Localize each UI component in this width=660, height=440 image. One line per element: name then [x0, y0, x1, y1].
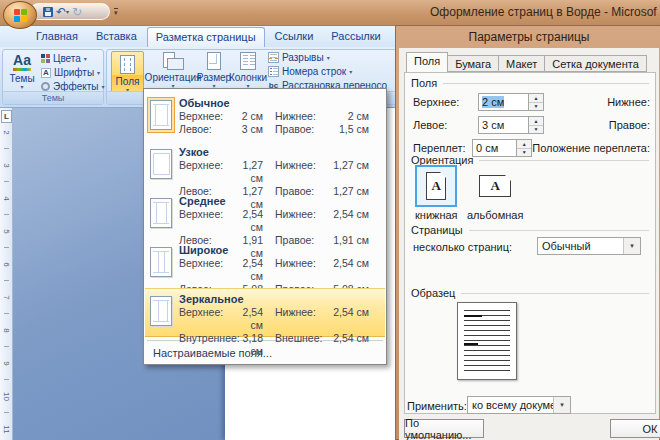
sample-group-label: Образец — [411, 287, 649, 299]
dialog-tab-maket[interactable]: Макет — [499, 55, 545, 72]
margins-icon — [120, 55, 135, 74]
chevron-down-icon: ▾ — [349, 69, 352, 75]
margins-preset-narrow[interactable]: Узкое Верхнее:1,27 см Нижнее:1,27 см Лев… — [145, 141, 385, 190]
multiple-pages-select[interactable]: Обычный ▾ — [537, 237, 641, 255]
breaks-button[interactable]: Разрывы ▾ — [268, 51, 330, 64]
left-margin-row: Левое: 3 см ▲▼ Правое: — [413, 116, 650, 134]
margins-preset-mirrored[interactable]: Зеркальное Верхнее:2,54 см Нижнее:2,54 с… — [145, 288, 385, 337]
portrait-page-icon: A — [426, 172, 446, 200]
margins-group-label: Поля — [411, 77, 649, 89]
top-margin-row: Верхнее: 2 см ▲▼ Нижнее: — [413, 93, 650, 111]
bottom-margin-label: Нижнее: — [607, 96, 650, 108]
gutter-position-label: Положение переплета: — [532, 142, 650, 154]
dialog-tabs: Поля Бумага Макет Сетка документа — [406, 55, 647, 72]
themes-icon: Aa — [13, 52, 31, 71]
chevron-down-icon: ▾ — [553, 397, 570, 413]
line-numbers-icon — [268, 66, 279, 77]
preview-text-lines — [464, 310, 510, 372]
chevron-down-icon: ▾ — [97, 70, 100, 76]
landscape-page-icon: A — [479, 175, 511, 197]
columns-button[interactable]: Колонки ▾ — [230, 52, 266, 89]
portrait-orientation-button[interactable]: A книжная — [415, 165, 458, 221]
default-button[interactable]: По умолчанию... — [404, 419, 484, 438]
undo-button[interactable]: ↶▾ — [56, 5, 69, 19]
chevron-down-icon: ▾ — [84, 56, 87, 62]
chevron-down-icon: ▾ — [101, 84, 104, 90]
margins-menu: Обычное Верхнее:2 см Нижнее:2 см Левое:3… — [143, 88, 387, 365]
page-setup-dialog: Параметры страницы Поля Бумага Макет Сет… — [395, 25, 660, 440]
left-margin-spinner[interactable]: 3 см ▲▼ — [478, 116, 544, 134]
tab-glavnaya[interactable]: Главная — [28, 27, 86, 47]
chevron-down-icon: ▾ — [20, 84, 23, 90]
quick-access-toolbar: ↶▾ ↻ — [30, 3, 110, 20]
word-window: ↶▾ ↻ ▾ Оформление страниц в Ворде - Micr… — [0, 0, 660, 440]
page-break-icon — [268, 52, 279, 63]
theme-fonts-button[interactable]: А Шрифты ▾ — [41, 66, 100, 79]
margins-preset-thumbnail-icon — [150, 100, 172, 130]
dialog-tab-setka[interactable]: Сетка документа — [545, 55, 647, 72]
dialog-tab-bumaga[interactable]: Бумага — [448, 55, 499, 72]
dialog-title: Параметры страницы — [396, 26, 660, 48]
chevron-down-icon: ▾ — [623, 238, 640, 254]
colors-icon — [41, 54, 50, 63]
title-bar: ↶▾ ↻ ▾ Оформление страниц в Ворде - Micr… — [0, 0, 660, 26]
undo-icon: ↶ — [56, 6, 66, 18]
top-margin-spinner[interactable]: 2 см ▲▼ — [478, 93, 544, 111]
margins-preset-thumbnail-icon — [150, 247, 172, 277]
apply-to-label: Применить: — [407, 400, 467, 412]
save-button[interactable] — [43, 5, 53, 19]
pages-group-label: Страницы — [411, 224, 649, 236]
tab-vstavka[interactable]: Вставка — [88, 27, 145, 47]
office-button[interactable] — [3, 1, 37, 29]
left-margin-label: Левое: — [413, 119, 478, 131]
orientation-icon — [162, 52, 184, 70]
top-margin-label: Верхнее: — [413, 96, 478, 108]
page-preview — [457, 302, 517, 380]
chevron-down-icon: ▾ — [327, 55, 330, 61]
page-size-icon — [207, 52, 221, 70]
ruler-numbers: 2 3 4 5 6 7 8 9 10 11 — [0, 116, 13, 440]
themes-group-label: Темы — [3, 91, 103, 104]
apply-to-select[interactable]: ко всему документу ▾ — [467, 396, 571, 414]
margins-preset-thumbnail-icon — [150, 296, 172, 326]
margins-preset-thumbnail-icon — [150, 149, 172, 179]
theme-colors-button[interactable]: Цвета ▾ — [41, 52, 87, 65]
size-button[interactable]: Размер ▾ — [198, 52, 230, 89]
tab-rassylki[interactable]: Рассылки — [323, 27, 388, 47]
dialog-tab-panel: Поля Верхнее: 2 см ▲▼ Нижнее: Левое: 3 с… — [404, 72, 656, 414]
margins-preset-normal[interactable]: Обычное Верхнее:2 см Нижнее:2 см Левое:3… — [145, 92, 385, 141]
effects-icon — [41, 82, 50, 91]
orientation-button[interactable]: Ориентация ▾ — [148, 52, 198, 89]
redo-button[interactable]: ↻ — [72, 5, 82, 19]
window-title: Оформление страниц в Ворде - Microsof — [430, 5, 657, 19]
gutter-label: Переплет: — [413, 142, 472, 154]
tab-razmetka-stranicy[interactable]: Разметка страницы — [147, 27, 265, 47]
themes-button[interactable]: Aa Темы ▾ — [5, 52, 39, 93]
chevron-down-icon: ▾ — [66, 9, 69, 15]
redo-icon: ↻ — [72, 6, 82, 18]
dialog-body: Поля Бумага Макет Сетка документа Поля В… — [399, 48, 659, 440]
multiple-pages-label: несколько страниц: — [413, 241, 512, 253]
margins-preset-wide[interactable]: Широкое Верхнее:2,54 см Нижнее:2,54 см Л… — [145, 239, 385, 288]
themes-group: Aa Темы ▾ Цвета ▾ А Шрифты ▾ Эффекты ▾ Т… — [2, 49, 104, 105]
line-numbers-button[interactable]: Номера строк ▾ — [268, 65, 352, 78]
spinner-arrows-icon[interactable]: ▲▼ — [528, 94, 543, 110]
dialog-tab-polya[interactable]: Поля — [406, 52, 448, 72]
right-margin-label: Правое: — [609, 119, 650, 131]
tab-ssylki[interactable]: Ссылки — [267, 27, 322, 47]
margins-preset-medium[interactable]: Среднее Верхнее:2,54 см Нижнее:2,54 см Л… — [145, 190, 385, 239]
margins-preset-thumbnail-icon — [150, 198, 172, 228]
fonts-icon: А — [41, 68, 51, 78]
ok-button[interactable]: ОК — [610, 419, 660, 438]
spinner-arrows-icon[interactable]: ▲▼ — [528, 117, 543, 133]
landscape-orientation-button[interactable]: A альбомная — [467, 165, 523, 221]
office-logo-icon — [14, 9, 27, 22]
customize-qat-button[interactable]: ▾ — [114, 8, 118, 16]
columns-icon — [240, 52, 256, 70]
save-icon — [43, 7, 53, 17]
